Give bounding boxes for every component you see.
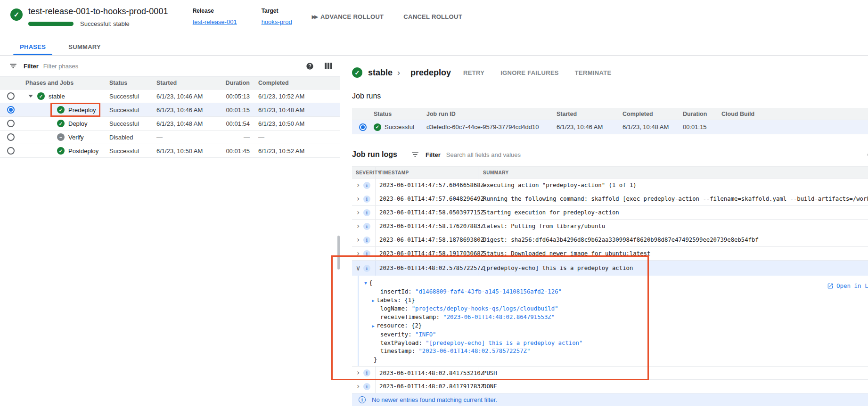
log-row[interactable]: ›i 2023-06-01T14:47:57.604829649Z Runnin… [352, 192, 868, 206]
success-icon: ✓ [37, 92, 45, 100]
expand-chevron-icon[interactable]: › [356, 196, 360, 203]
scrollbar-thumb[interactable] [337, 236, 340, 270]
breadcrumb-job: predeploy [410, 68, 451, 78]
success-icon: ✓ [57, 106, 65, 114]
job-run-logs-title: Job run logs [352, 150, 397, 159]
expand-chevron-icon[interactable]: › [356, 383, 360, 390]
tab-summary[interactable]: SUMMARY [57, 38, 112, 55]
expand-chevron-icon[interactable]: › [356, 182, 360, 189]
info-severity-icon: i [363, 383, 370, 390]
collapse-arrow-icon[interactable] [28, 95, 33, 98]
job-run-logs-table: SEVERITY TIMESTAMP SUMMARY ›i 2023-06-01… [352, 166, 868, 406]
job-row-predeploy[interactable]: ✓ Predeploy Successful 6/1/23, 10:46 AM … [0, 103, 340, 117]
expand-chevron-icon[interactable]: › [356, 223, 360, 230]
title-block: test-release-001-to-hooks-prod-0001 Succ… [28, 7, 168, 27]
info-severity-icon: i [363, 265, 370, 272]
expand-chevron-icon[interactable]: › [356, 237, 360, 244]
log-row[interactable]: ›i 2023-06-01T14:47:58.176207883Z latest… [352, 220, 868, 233]
ignore-failures-button[interactable]: IGNORE FAILURES [500, 69, 559, 76]
job-runs-table: Status Job run ID Started Completed Dura… [352, 108, 868, 134]
log-row[interactable]: ›i 2023-06-01T14:47:57.604665868Z execut… [352, 179, 868, 192]
expand-chevron-icon[interactable]: › [356, 250, 360, 257]
job-radio-verify[interactable] [7, 133, 15, 141]
rollout-progress-bar [28, 22, 74, 26]
logs-search-input[interactable] [446, 151, 864, 158]
log-row[interactable]: ›i 2023-06-01T14:48:02.841753210Z PUSH [352, 366, 868, 380]
release-label: Release [193, 8, 237, 14]
phases-table: Phases and Jobs Status Started Duration … [0, 76, 340, 158]
chevron-right-icon: › [397, 68, 400, 78]
job-run-row[interactable]: ✓ Successful d3efedfc-60c7-44ce-9579-377… [352, 120, 868, 134]
retry-button[interactable]: RETRY [463, 69, 484, 76]
info-severity-icon: i [363, 369, 370, 376]
tab-bar: PHASES SUMMARY [0, 38, 868, 56]
job-run-radio[interactable] [359, 123, 367, 131]
info-severity-icon: i [363, 223, 370, 230]
target-label: Target [262, 8, 292, 14]
info-icon: i [359, 396, 366, 403]
job-radio-predeploy[interactable] [7, 106, 15, 114]
filter-label: Filter [24, 63, 39, 70]
help-icon[interactable] [303, 59, 316, 73]
log-entry-json: ▼{ insertId: "d1468809-faf4-43fb-a145-14… [358, 276, 868, 366]
expand-chevron-icon[interactable]: › [356, 209, 360, 216]
job-radio-postdeploy[interactable] [7, 147, 15, 155]
job-success-icon: ✓ [352, 67, 362, 78]
target-link[interactable]: hooks-prod [262, 18, 292, 25]
logs-header: SEVERITY TIMESTAMP SUMMARY [352, 166, 868, 179]
phase-radio-stable[interactable] [7, 92, 15, 100]
job-breadcrumb-header: ✓ stable › predeploy RETRY IGNORE FAILUR… [352, 67, 868, 78]
phases-panel: Filter Phases and Jobs Status Started Du… [0, 56, 340, 417]
expand-triangle-icon[interactable]: ▶ [370, 322, 377, 331]
fast-forward-icon: ▶▶ [312, 14, 317, 19]
job-row-postdeploy[interactable]: ✓ Postdeploy Successful 6/1/23, 10:50 AM… [0, 144, 340, 158]
column-settings-icon[interactable] [325, 63, 332, 69]
disabled-icon: – [57, 133, 65, 141]
log-row[interactable]: ›i 2023-06-01T14:48:02.841791783Z DONE [352, 380, 868, 393]
phases-table-header: Phases and Jobs Status Started Duration … [0, 76, 340, 90]
collapse-chevron-icon[interactable]: ∨ [356, 265, 360, 272]
filter-icon [7, 59, 20, 73]
rollout-detail-page: ✓ test-release-001-to-hooks-prod-0001 Su… [0, 0, 868, 417]
log-row[interactable]: ›i 2023-06-01T14:47:58.191703068Z Status… [352, 247, 868, 261]
log-row-expanded[interactable]: ∨i 2023-06-01T14:48:02.578572257Z [prede… [352, 261, 868, 276]
info-severity-icon: i [363, 237, 370, 244]
job-row-verify[interactable]: – Verify Disabled — — — [0, 131, 340, 144]
info-severity-icon: i [363, 196, 370, 203]
job-radio-deploy[interactable] [7, 120, 15, 127]
open-in-logs-explorer-link[interactable]: Open in Logs Explorer [827, 282, 868, 289]
success-icon: ✓ [374, 123, 381, 131]
filter-icon [409, 148, 422, 161]
rollout-success-icon: ✓ [10, 8, 23, 21]
log-row[interactable]: ›i 2023-06-01T14:47:58.050397715Z Starti… [352, 206, 868, 220]
cancel-rollout-button[interactable]: CANCEL ROLLOUT [403, 13, 462, 20]
release-link[interactable]: test-release-001 [193, 18, 237, 25]
expanded-log-region: ∨i 2023-06-01T14:48:02.578572257Z [prede… [352, 261, 868, 380]
terminate-button[interactable]: TERMINATE [575, 69, 612, 76]
phase-row-stable[interactable]: ✓ stable Successful 6/1/23, 10:46 AM 00:… [0, 90, 340, 103]
no-newer-entries-notice: i No newer entries found matching curren… [352, 393, 868, 406]
info-severity-icon: i [363, 250, 370, 257]
phases-filter-input[interactable] [43, 63, 303, 70]
help-icon[interactable] [864, 148, 868, 161]
tab-phases[interactable]: PHASES [8, 38, 57, 55]
job-runs-title: Job runs [352, 92, 868, 100]
log-row[interactable]: ›i 2023-06-01T14:47:58.187869380Z Digest… [352, 233, 868, 247]
advance-rollout-button[interactable]: ▶▶ ADVANCE ROLLOUT [312, 13, 384, 20]
success-icon: ✓ [57, 120, 65, 127]
job-row-deploy[interactable]: ✓ Deploy Successful 6/1/23, 10:48 AM 00:… [0, 117, 340, 131]
job-run-id: d3efedfc-60c7-44ce-9579-37794cd4dd10 [426, 123, 557, 131]
expand-chevron-icon[interactable]: › [356, 369, 360, 376]
page-title: test-release-001-to-hooks-prod-0001 [28, 7, 168, 16]
rollout-status-text: Successful: stable [80, 20, 130, 27]
phases-filter-row: Filter [0, 56, 340, 76]
open-in-new-icon [827, 283, 834, 289]
breadcrumb-phase: stable [368, 68, 393, 78]
info-severity-icon: i [363, 182, 370, 189]
job-run-logs-toolbar: Job run logs Filter [352, 147, 868, 163]
job-runs-header: Status Job run ID Started Completed Dura… [352, 108, 868, 120]
page-header: ✓ test-release-001-to-hooks-prod-0001 Su… [0, 0, 868, 38]
release-meta: Release test-release-001 [193, 7, 237, 26]
collapse-triangle-icon[interactable]: ▼ [362, 279, 369, 288]
expand-triangle-icon[interactable]: ▶ [370, 297, 377, 305]
